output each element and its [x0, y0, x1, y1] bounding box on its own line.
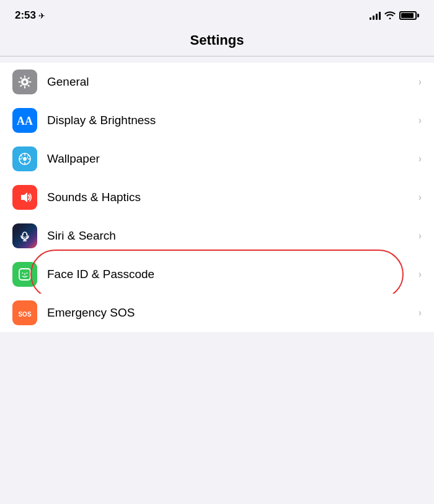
general-label: General [47, 75, 418, 89]
sounds-icon [12, 185, 37, 210]
status-bar: 2:53 ✈ [0, 0, 434, 27]
nav-separator [0, 56, 434, 56]
status-icons [370, 11, 419, 21]
svg-point-16 [22, 272, 24, 274]
svg-point-13 [22, 234, 24, 235]
sounds-chevron: › [418, 192, 422, 203]
time-display: 2:53 [15, 9, 36, 22]
svg-point-4 [23, 157, 27, 161]
siri-icon [12, 223, 37, 248]
wifi-icon [384, 11, 396, 21]
display-icon: AA [12, 108, 37, 133]
faceid-icon [12, 262, 37, 287]
wallpaper-icon [12, 146, 37, 171]
display-chevron: › [418, 115, 422, 126]
settings-item-wallpaper[interactable]: Wallpaper › [0, 140, 434, 178]
settings-item-display[interactable]: AA Display & Brightness › [0, 101, 434, 140]
svg-marker-9 [21, 192, 27, 202]
settings-item-general[interactable]: General › [0, 63, 434, 101]
siri-chevron: › [418, 230, 422, 241]
settings-item-faceid[interactable]: Face ID & Passcode › [0, 255, 434, 294]
settings-item-emergency[interactable]: SOS Emergency SOS › [0, 294, 434, 332]
settings-item-sounds[interactable]: Sounds & Haptics › [0, 178, 434, 217]
settings-item-siri[interactable]: Siri & Search › [0, 217, 434, 255]
svg-text:AA: AA [17, 115, 33, 127]
location-arrow-icon: ✈ [38, 11, 45, 20]
sounds-label: Sounds & Haptics [47, 191, 418, 204]
svg-point-14 [26, 234, 27, 235]
status-time: 2:53 ✈ [15, 9, 45, 22]
faceid-label: Face ID & Passcode [47, 268, 418, 281]
svg-text:SOS: SOS [18, 311, 31, 318]
emergency-label: Emergency SOS [47, 306, 418, 320]
settings-list: General › AA Display & Brightness › [0, 63, 434, 332]
general-chevron: › [418, 76, 422, 88]
nav-bar: Settings [0, 27, 434, 56]
signal-icon [370, 11, 381, 20]
svg-point-17 [27, 272, 28, 274]
emergency-chevron: › [418, 307, 422, 318]
siri-label: Siri & Search [47, 229, 418, 243]
faceid-chevron: › [418, 269, 422, 280]
display-label: Display & Brightness [47, 114, 418, 127]
wallpaper-label: Wallpaper [47, 152, 418, 166]
battery-icon [399, 11, 419, 20]
emergency-icon: SOS [12, 300, 37, 325]
wallpaper-chevron: › [418, 153, 422, 164]
page-title: Settings [190, 32, 244, 48]
svg-point-0 [23, 80, 27, 84]
general-icon [12, 70, 37, 94]
